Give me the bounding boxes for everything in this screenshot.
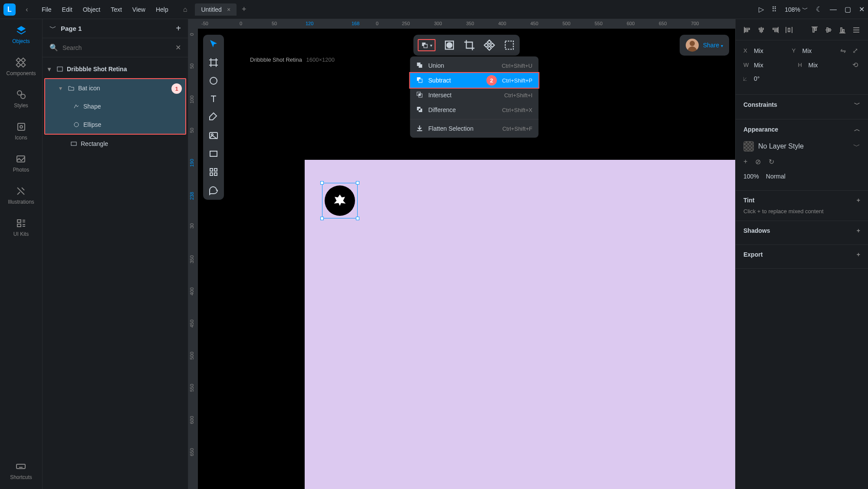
svg-point-7: [20, 126, 23, 128]
prop-w-value[interactable]: Mix: [754, 62, 780, 69]
blend-mode[interactable]: Normal: [766, 173, 786, 180]
resize-handle-tr[interactable]: [356, 181, 359, 185]
page-chevron-icon[interactable]: ﹀: [49, 24, 56, 33]
align-vcenter-icon[interactable]: [825, 26, 832, 34]
check-icon[interactable]: ⊘: [755, 158, 761, 166]
add-style-icon[interactable]: +: [743, 158, 747, 166]
distribute-v-icon[interactable]: [852, 26, 860, 34]
nav-objects[interactable]: Objects: [12, 25, 30, 44]
menu-object[interactable]: Object: [78, 3, 105, 16]
pen-tool[interactable]: [208, 112, 219, 122]
appearance-section-header[interactable]: Appearance ︿: [743, 126, 860, 133]
artboard-label[interactable]: Dribbble Shot Retina 1600×1200: [250, 56, 335, 63]
mask-icon[interactable]: [444, 39, 456, 51]
add-icon[interactable]: +: [857, 251, 860, 258]
nav-components[interactable]: Components: [6, 57, 36, 76]
menu-file[interactable]: File: [36, 3, 57, 16]
menu-view[interactable]: View: [127, 3, 151, 16]
layer-frame[interactable]: ▾ Dribbble Shot Retina: [43, 60, 188, 78]
refresh-icon[interactable]: ↻: [769, 158, 774, 166]
image-tool[interactable]: [208, 130, 219, 141]
nav-shortcuts[interactable]: Shortcuts: [10, 461, 32, 480]
add-icon[interactable]: +: [857, 197, 860, 204]
frame-tool[interactable]: [208, 57, 219, 68]
resize-handle-bl[interactable]: [320, 217, 324, 220]
flip-v-icon[interactable]: ⤢: [852, 46, 860, 55]
layer-rectangle[interactable]: Rectangle: [43, 135, 188, 153]
text-tool[interactable]: [208, 94, 219, 104]
align-left-icon[interactable]: [743, 26, 751, 34]
component-tool[interactable]: [208, 167, 219, 177]
tab-close-icon[interactable]: ×: [227, 6, 230, 13]
layer-shape[interactable]: Shape: [45, 97, 185, 116]
layer-group-bat[interactable]: ▾ Bat icon 1: [45, 79, 185, 97]
add-tab-button[interactable]: +: [242, 5, 247, 14]
shape-tool[interactable]: [208, 76, 219, 86]
app-logo[interactable]: L: [3, 3, 16, 16]
align-bottom-icon[interactable]: [838, 26, 846, 34]
lock-aspect-icon[interactable]: ⟲: [852, 61, 860, 69]
boolean-dropdown-button[interactable]: ▾: [418, 39, 436, 51]
create-component-icon[interactable]: [483, 39, 496, 51]
close-window-icon[interactable]: ✕: [859, 5, 865, 13]
dropdown-union[interactable]: Union Ctrl+Shift+U: [410, 58, 539, 73]
clear-search-icon[interactable]: ✕: [175, 43, 181, 52]
dropdown-flatten[interactable]: Flatten Selection Ctrl+Shift+F: [410, 121, 539, 136]
auto-layout-icon[interactable]: [503, 39, 516, 51]
align-right-icon[interactable]: [771, 26, 779, 34]
menu-text[interactable]: Text: [105, 3, 127, 16]
distribute-h-icon[interactable]: [785, 26, 793, 34]
nav-photos[interactable]: Photos: [13, 154, 29, 173]
dropdown-subtract[interactable]: Subtract 2 Ctrl+Shift+P: [410, 73, 539, 88]
nav-icons[interactable]: Icons: [15, 122, 27, 141]
prop-rotation-value[interactable]: 0°: [754, 75, 780, 82]
nav-styles[interactable]: Styles: [14, 89, 28, 109]
share-button[interactable]: Share ▾: [703, 42, 723, 49]
selection-bounds[interactable]: [322, 183, 358, 218]
add-icon[interactable]: +: [857, 227, 860, 234]
artboard-surface[interactable]: [305, 160, 735, 489]
move-tool[interactable]: [208, 39, 219, 50]
prop-x-value[interactable]: Mix: [754, 47, 780, 54]
comment-tool[interactable]: [208, 185, 219, 195]
nav-uikits[interactable]: UI Kits: [13, 218, 29, 237]
prop-h-value[interactable]: Mix: [809, 62, 835, 69]
grid-icon[interactable]: ⠿: [772, 5, 777, 13]
ruler-vertical: 0501005019023830350400450500550600650: [188, 29, 198, 489]
add-page-button[interactable]: +: [176, 23, 181, 33]
align-top-icon[interactable]: [811, 26, 819, 34]
play-icon[interactable]: ▷: [759, 5, 764, 13]
canvas[interactable]: ▾ Union Ctrl+Shift+U Subtract: [198, 29, 735, 489]
artboard-tool[interactable]: [208, 149, 219, 159]
layer-style-row[interactable]: No Layer Style ﹀: [743, 138, 860, 155]
nav-illustrations[interactable]: Illustrations: [8, 186, 34, 205]
crop-icon[interactable]: [464, 39, 476, 51]
shadows-section-header[interactable]: Shadows +: [743, 227, 860, 234]
document-tab[interactable]: Untitled ×: [195, 3, 237, 16]
opacity-value[interactable]: 100%: [743, 173, 759, 180]
maximize-icon[interactable]: ▢: [845, 5, 851, 13]
svg-rect-62: [841, 28, 842, 32]
menu-edit[interactable]: Edit: [57, 3, 78, 16]
home-icon[interactable]: ⌂: [179, 3, 192, 16]
flip-h-icon[interactable]: ⇋: [840, 46, 848, 55]
minimize-icon[interactable]: —: [830, 6, 837, 13]
prop-y-value[interactable]: Mix: [802, 47, 829, 54]
user-avatar[interactable]: [686, 39, 699, 52]
menu-help[interactable]: Help: [151, 3, 174, 16]
dropdown-intersect[interactable]: Intersect Ctrl+Shift+I: [410, 88, 539, 102]
export-section-header[interactable]: Export +: [743, 251, 860, 258]
zoom-dropdown[interactable]: 108%﹀: [785, 6, 808, 13]
layer-search-input[interactable]: [62, 44, 171, 51]
align-hcenter-icon[interactable]: [757, 26, 765, 34]
dropdown-difference[interactable]: Difference Ctrl+Shift+X: [410, 102, 539, 117]
resize-handle-tl[interactable]: [320, 181, 324, 185]
resize-handle-br[interactable]: [356, 217, 359, 220]
theme-toggle-icon[interactable]: ☾: [816, 5, 822, 13]
constraints-section-header[interactable]: Constraints ﹀: [743, 101, 860, 109]
svg-point-24: [210, 77, 217, 84]
back-button[interactable]: ‹: [21, 3, 33, 16]
prop-rotation-label: ⟀: [743, 76, 750, 82]
layer-ellipse[interactable]: Ellipse: [45, 116, 185, 134]
tint-section-header[interactable]: Tint +: [743, 197, 860, 204]
